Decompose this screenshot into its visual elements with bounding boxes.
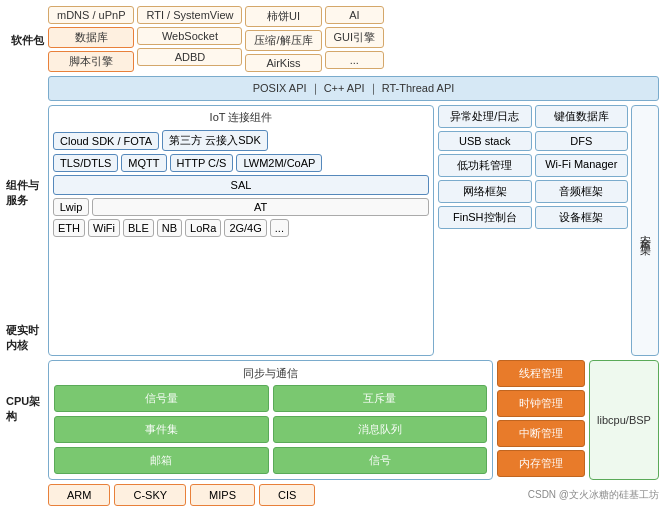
clock-mgmt: 时钟管理 [497, 390, 585, 417]
cpu-arm: ARM [48, 484, 110, 506]
pkg-persimmon: 柿饼UI [245, 6, 321, 27]
net-framework: 网络框架 [438, 180, 532, 203]
finsh: FinSH控制台 [438, 206, 532, 229]
lwm2m: LWM2M/CoAP [236, 154, 322, 172]
pkg-gui: GUI引擎 [325, 27, 385, 48]
nb: NB [157, 219, 182, 237]
panel-row4: 网络框架 音频框架 [438, 180, 628, 203]
cpu-csky: C-SKY [114, 484, 186, 506]
pkg-col1: mDNS / uPnP 数据库 脚本引擎 [48, 6, 134, 72]
thread-mgmt: 线程管理 [497, 360, 585, 387]
mgmt-col: 线程管理 时钟管理 中断管理 内存管理 [497, 360, 585, 480]
pkg-col3: 柿饼UI 压缩/解压库 AirKiss [245, 6, 321, 72]
security-frame: 安 全 框 架 [631, 105, 659, 356]
ble: BLE [123, 219, 154, 237]
label-software: 软件包 [6, 6, 48, 74]
pkg-db: 数据库 [48, 27, 134, 48]
third-party-cloud: 第三方 云接入SDK [162, 130, 268, 151]
mailbox: 邮箱 [54, 447, 269, 474]
sync-grid: 信号量 互斥量 事件集 消息队列 邮箱 信号 [54, 385, 487, 474]
http-cs: HTTP C/S [170, 154, 234, 172]
signal: 信号 [273, 447, 488, 474]
pkg-airkiss: AirKiss [245, 54, 321, 72]
watermark: CSDN @文火冰糖的硅基工坊 [528, 488, 659, 502]
memory-mgmt: 内存管理 [497, 450, 585, 477]
lwip-at-row: Lwip AT [53, 198, 429, 216]
exception-log: 异常处理/日志 [438, 105, 532, 128]
pkg-adbd: ADBD [137, 48, 242, 66]
cpu-cis: CIS [259, 484, 315, 506]
components-section: IoT 连接组件 Cloud SDK / FOTA 第三方 云接入SDK TLS… [48, 105, 659, 356]
2g4g: 2G/4G [224, 219, 266, 237]
panel-row2: USB stack DFS [438, 131, 628, 151]
wifi-manager: Wi-Fi Manager [535, 154, 629, 177]
iot-row2: TLS/DTLS MQTT HTTP C/S LWM2M/CoAP [53, 154, 429, 172]
pkg-col2: RTI / SystemView WebSocket ADBD [137, 6, 242, 66]
tls-dtls: TLS/DTLS [53, 154, 118, 172]
panel-row3: 低功耗管理 Wi-Fi Manager [438, 154, 628, 177]
semaphore: 信号量 [54, 385, 269, 412]
main-container: 软件包 组件与服务 硬实时内核 CPU架构 mDNS / uPnP 数据库 脚本… [0, 0, 665, 512]
iot-title: IoT 连接组件 [53, 110, 429, 125]
lwip: Lwip [53, 198, 89, 216]
dfs: DFS [535, 131, 629, 151]
mqtt: MQTT [121, 154, 166, 172]
sync-box: 同步与通信 信号量 互斥量 事件集 消息队列 邮箱 信号 [48, 360, 493, 480]
pkg-ws: WebSocket [137, 27, 242, 45]
usb-stack: USB stack [438, 131, 532, 151]
eth: ETH [53, 219, 85, 237]
panel-row5: FinSH控制台 设备框架 [438, 206, 628, 229]
label-components: 组件与服务 [6, 104, 48, 282]
lora: LoRa [185, 219, 221, 237]
audio-framework: 音频框架 [535, 180, 629, 203]
content-area: mDNS / uPnP 数据库 脚本引擎 RTI / SystemView We… [48, 6, 659, 506]
mutex: 互斥量 [273, 385, 488, 412]
interrupt-mgmt: 中断管理 [497, 420, 585, 447]
pkg-script: 脚本引擎 [48, 51, 134, 72]
wifi: WiFi [88, 219, 120, 237]
panel-row1: 异常处理/日志 键值数据库 [438, 105, 628, 128]
device-framework: 设备框架 [535, 206, 629, 229]
right-plus-security: 异常处理/日志 键值数据库 USB stack DFS 低功耗管理 Wi-Fi … [438, 105, 659, 356]
etc: ... [270, 219, 289, 237]
event-set: 事件集 [54, 416, 269, 443]
msg-queue: 消息队列 [273, 416, 488, 443]
sync-title: 同步与通信 [54, 366, 487, 381]
eth-row: ETH WiFi BLE NB LoRa 2G/4G ... [53, 219, 429, 237]
pkg-ai: AI [325, 6, 385, 24]
sal-bar: SAL [53, 175, 429, 195]
iot-box: IoT 连接组件 Cloud SDK / FOTA 第三方 云接入SDK TLS… [48, 105, 434, 356]
kernel-section: 同步与通信 信号量 互斥量 事件集 消息队列 邮箱 信号 线程管理 时钟管理 中… [48, 360, 659, 480]
pkg-col4: AI GUI引擎 ... [325, 6, 385, 69]
cloud-sdk: Cloud SDK / FOTA [53, 132, 159, 150]
cpu-mips: MIPS [190, 484, 255, 506]
iot-row1: Cloud SDK / FOTA 第三方 云接入SDK [53, 130, 429, 151]
low-power: 低功耗管理 [438, 154, 532, 177]
kv-db: 键值数据库 [535, 105, 629, 128]
at: AT [92, 198, 429, 216]
pkg-compress: 压缩/解压库 [245, 30, 321, 51]
left-labels: 软件包 组件与服务 硬实时内核 CPU架构 [6, 6, 48, 506]
posix-bar: POSIX API ｜ C++ API ｜ RT-Thread API [48, 76, 659, 101]
pkg-mdns: mDNS / uPnP [48, 6, 134, 24]
cpu-row: ARM C-SKY MIPS CIS CSDN @文火冰糖的硅基工坊 [48, 484, 659, 506]
right-panels: 异常处理/日志 键值数据库 USB stack DFS 低功耗管理 Wi-Fi … [438, 105, 628, 356]
label-kernel: 硬实时内核 [6, 282, 48, 394]
pkg-etc: ... [325, 51, 385, 69]
software-row: mDNS / uPnP 数据库 脚本引擎 RTI / SystemView We… [48, 6, 659, 72]
label-cpu: CPU架构 [6, 394, 48, 424]
pkg-rti: RTI / SystemView [137, 6, 242, 24]
libbsp-box: libcpu/BSP [589, 360, 659, 480]
